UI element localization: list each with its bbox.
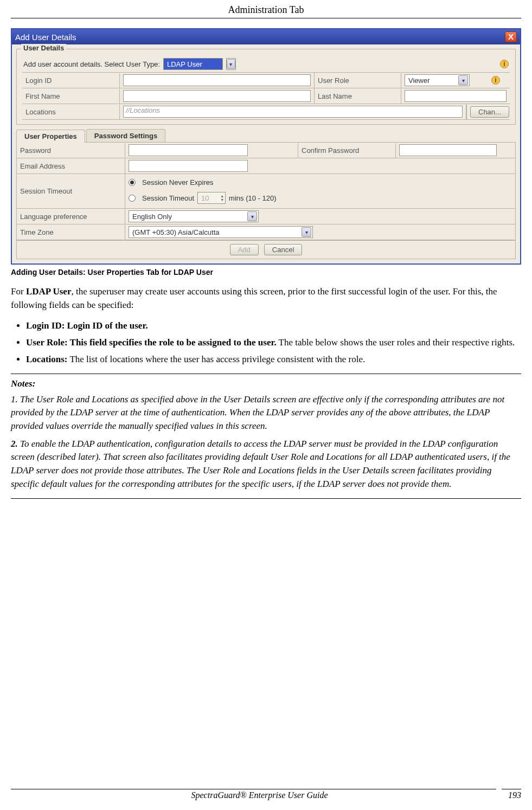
radio-timeout-label: Session Timeout — [142, 194, 194, 202]
locations-label: Locations — [22, 105, 120, 120]
text-bold: 2. — [11, 439, 18, 449]
user-type-dropdown[interactable]: ▾ — [226, 58, 236, 70]
password-label: Password — [17, 143, 125, 158]
add-user-dialog: Add User Details X User Details Add user… — [11, 28, 521, 265]
text: For — [11, 286, 26, 297]
locations-input[interactable]: //Locations — [123, 106, 463, 118]
text-bold: LDAP User — [26, 286, 72, 297]
radio-session-timeout[interactable] — [129, 195, 136, 202]
user-role-label: User Role — [315, 73, 401, 88]
text-bold: Locations: — [26, 354, 68, 364]
first-name-input[interactable] — [123, 90, 311, 102]
confirm-password-label: Confirm Password — [298, 143, 396, 158]
notes-block: Notes: 1. The User Role and Locations as… — [11, 374, 521, 499]
user-role-select[interactable]: Viewer ▾ — [405, 74, 470, 86]
radio-never-label: Session Never Expires — [142, 178, 214, 187]
page-number: 193 — [508, 790, 521, 800]
language-label: Language preference — [17, 209, 125, 224]
password-input[interactable] — [129, 144, 248, 156]
timezone-label: Time Zone — [17, 225, 125, 240]
email-label: Email Address — [17, 159, 125, 174]
first-name-label: First Name — [22, 89, 120, 104]
instruction-text: Add user account details. Select User Ty… — [23, 60, 160, 68]
panel-title: User Details — [21, 44, 66, 52]
page-header: Administration Tab — [11, 0, 521, 17]
info-icon[interactable]: i — [491, 76, 500, 85]
stepper-icon: ▲▼ — [220, 194, 224, 202]
header-rule — [11, 18, 521, 18]
last-name-label: Last Name — [315, 89, 401, 104]
tab-user-properties[interactable]: User Properties — [16, 130, 85, 143]
language-value: English Only — [132, 213, 172, 221]
dialog-title: Add User Details — [15, 33, 76, 42]
login-id-input[interactable] — [123, 74, 311, 86]
note-2: To enable the LDAP authentication, confi… — [11, 439, 510, 489]
info-icon[interactable]: i — [500, 60, 509, 68]
timeout-suffix: mins (10 - 120) — [229, 194, 276, 202]
chevron-down-icon: ▾ — [302, 227, 311, 237]
note-1: 1. The User Role and Locations as specif… — [11, 393, 521, 433]
language-select[interactable]: English Only ▾ — [129, 210, 259, 222]
cancel-button[interactable]: Cancel — [264, 244, 302, 255]
page-footer: SpectraGuard® Enterprise User Guide 193 — [11, 789, 521, 800]
list-item: Locations: The list of locations where t… — [26, 353, 521, 367]
radio-never-expires[interactable] — [129, 179, 136, 186]
chevron-down-icon: ▾ — [227, 59, 235, 69]
dialog-titlebar: Add User Details X — [12, 29, 520, 44]
list-item: User Role: This field specifies the role… — [26, 336, 521, 350]
user-role-value: Viewer — [408, 76, 430, 85]
text: The list of locations where the user has… — [68, 354, 366, 364]
text-bold: User Role: This field specifies the role… — [26, 337, 277, 348]
user-details-panel: User Details Add user account details. S… — [16, 49, 516, 125]
tabs: User Properties Password Settings — [16, 129, 516, 142]
close-icon[interactable]: X — [505, 31, 517, 42]
notes-title: Notes — [11, 378, 33, 389]
timeout-stepper[interactable]: 10 ▲▼ — [197, 192, 226, 204]
confirm-password-input[interactable] — [399, 144, 497, 156]
last-name-input[interactable] — [405, 90, 507, 102]
text-bold: Login ID: Login ID of the user. — [26, 320, 148, 331]
text: The table below shows the user roles and… — [277, 337, 515, 348]
text: : — [33, 378, 36, 389]
email-input[interactable] — [129, 160, 248, 172]
add-button[interactable]: Add — [230, 244, 259, 255]
tab-password-settings[interactable]: Password Settings — [86, 129, 165, 142]
tab-content: Password Confirm Password Email Address … — [16, 142, 516, 259]
timezone-select[interactable]: (GMT +05:30) Asia/Calcutta ▾ — [129, 226, 313, 238]
chevron-down-icon: ▾ — [247, 211, 257, 221]
list-item: Login ID: Login ID of the user. — [26, 319, 521, 333]
timeout-value: 10 — [201, 194, 209, 202]
user-type-select[interactable]: LDAP User — [163, 58, 223, 70]
footer-guide: SpectraGuard® Enterprise User Guide — [11, 790, 508, 800]
timezone-value: (GMT +05:30) Asia/Calcutta — [132, 228, 220, 236]
figure-caption: Adding User Details: User Properties Tab… — [11, 268, 521, 277]
body-text: For LDAP User, the superuser may create … — [11, 285, 521, 499]
session-timeout-label: Session Timeout — [17, 174, 125, 209]
text: , the superuser may create user accounts… — [11, 286, 497, 310]
chevron-down-icon: ▾ — [458, 75, 468, 85]
change-button[interactable]: Chan... — [470, 106, 509, 118]
login-id-label: Login ID — [22, 73, 120, 88]
user-type-value: LDAP User — [167, 60, 202, 68]
